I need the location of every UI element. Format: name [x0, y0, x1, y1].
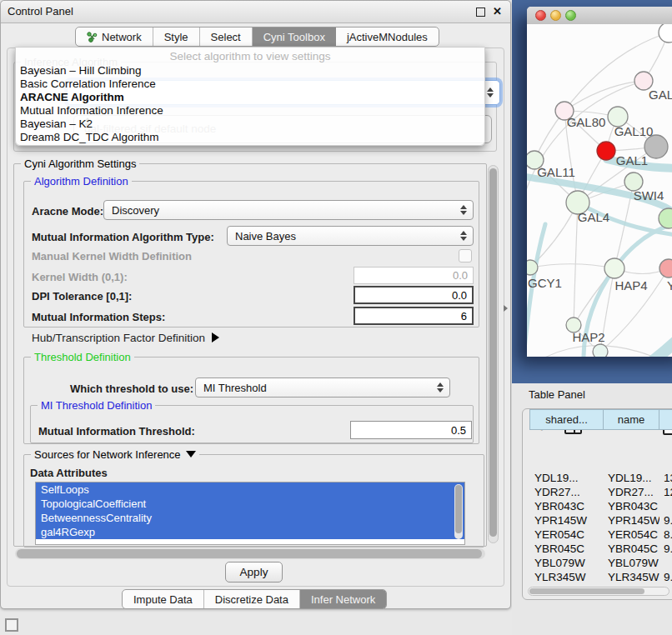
- node-label: HAP2: [572, 330, 604, 344]
- close-icon[interactable]: ✕: [493, 5, 502, 18]
- settings-horizontal-scrollbar[interactable]: [15, 548, 485, 559]
- aracne-mode-combobox[interactable]: Discovery: [103, 200, 474, 220]
- minimized-panel-icon[interactable]: [5, 618, 18, 632]
- algorithm-option[interactable]: Mutual Information Inference: [20, 104, 163, 117]
- algorithm-option[interactable]: Dream8 DC_TDC Algorithm: [20, 131, 159, 143]
- tab-cyni-toolbox[interactable]: Cyni Toolbox: [253, 28, 336, 46]
- which-threshold-label: Which threshold to use:: [70, 382, 193, 395]
- node-label: GAL: [649, 88, 672, 102]
- algorithm-option[interactable]: Bayesian – Hill Climbing: [20, 64, 142, 77]
- node-salmon[interactable]: [659, 259, 672, 278]
- node-labels: GAL GAL80 GAL10 GAL1 GAL11 SWI4 GAL4 GCY…: [528, 88, 672, 344]
- attributes-scrollbar[interactable]: [454, 484, 463, 539]
- combo-arrows-icon: [460, 231, 467, 241]
- collapse-arrow-icon[interactable]: [186, 451, 196, 458]
- table-row[interactable]: YPR145WYPR145W9.: [529, 514, 672, 528]
- tab-impute-data[interactable]: Impute Data: [123, 590, 204, 608]
- settings-vertical-scrollbar-thumb[interactable]: [489, 168, 497, 537]
- tab-network[interactable]: Network: [76, 28, 153, 46]
- mi-threshold-field[interactable]: 0.5: [350, 421, 472, 439]
- dpi-tolerance-field[interactable]: 0.0: [354, 286, 474, 304]
- cell: YER054C: [608, 528, 659, 541]
- network-view-window[interactable]: GAL GAL80 GAL10 GAL1 GAL11 SWI4 GAL4 GCY…: [527, 7, 672, 357]
- node[interactable]: [659, 24, 672, 42]
- tab-style[interactable]: Style: [153, 28, 200, 46]
- data-attributes-list[interactable]: SelfLoops TopologicalCoefficient Between…: [35, 482, 465, 545]
- tab-network-label: Network: [102, 31, 142, 43]
- manual-kernel-width-checkbox[interactable]: [459, 249, 472, 262]
- node-gray[interactable]: [644, 135, 668, 158]
- minimize-traffic-light-icon[interactable]: [550, 10, 561, 21]
- tab-discretize-data[interactable]: Discretize Data: [204, 590, 300, 608]
- attributes-scrollbar-thumb[interactable]: [455, 485, 462, 533]
- control-panel-titlebar[interactable]: Control Panel ✕: [1, 1, 510, 23]
- table-row[interactable]: YBR045CYBR045C9.: [529, 542, 672, 557]
- kernel-width-field[interactable]: 0.0: [354, 267, 474, 284]
- table-panel-title: Table Panel: [529, 388, 585, 401]
- mi-threshold-definition-legend: MI Threshold Definition: [38, 399, 155, 412]
- node-gal1-selected[interactable]: [597, 142, 615, 160]
- cell: YDR27...: [608, 486, 659, 498]
- threshold-definition-legend: Threshold Definition: [31, 351, 134, 363]
- control-panel-title: Control Panel: [8, 1, 73, 22]
- attribute-item[interactable]: BetweennessCentrality: [36, 511, 464, 525]
- attribute-item[interactable]: SelfLoops: [36, 482, 464, 497]
- table-row[interactable]: YER054CYER054C8.: [529, 528, 672, 542]
- attribute-item[interactable]: gal4RGexp: [36, 525, 464, 539]
- algorithm-definition-legend: Algorithm Definition: [31, 175, 132, 188]
- mi-steps-field[interactable]: 6: [354, 307, 474, 325]
- table-panel-box: ⚙ shared... name YDL19...YDL19...13 YDR2…: [522, 408, 672, 600]
- screenshot-root: Control Panel ✕ Network Style Select Cyn…: [0, 0, 672, 635]
- table-row[interactable]: YBR043CYBR043C: [529, 500, 672, 514]
- node-label: GAL1: [616, 153, 648, 168]
- node-label: GAL4: [578, 210, 609, 224]
- algorithm-dropdown-placeholder: Select algorithm to view settings: [16, 50, 484, 62]
- table-horizontal-scrollbar[interactable]: [528, 587, 669, 596]
- table-row[interactable]: YLR345WYLR345W9.: [529, 571, 672, 585]
- tab-select[interactable]: Select: [200, 28, 253, 46]
- network-icon: [87, 32, 98, 42]
- table-horizontal-scrollbar-thumb[interactable]: [529, 588, 644, 594]
- cell: YBR045C: [534, 542, 603, 555]
- mi-algorithm-type-combobox[interactable]: Naive Bayes: [227, 226, 474, 246]
- apply-button[interactable]: Apply: [225, 562, 283, 582]
- cell: 12: [664, 486, 672, 498]
- table-row[interactable]: YBL079WYBL079W: [529, 557, 672, 571]
- table-rows: YDL19...YDL19...13 YDR27...YDR27...12 YB…: [529, 472, 672, 585]
- mi-steps-label: Mutual Information Steps:: [32, 311, 165, 323]
- node-hap4[interactable]: [604, 258, 624, 278]
- node[interactable]: [593, 344, 608, 357]
- panel-divider-arrow[interactable]: [504, 305, 508, 312]
- float-window-icon[interactable]: [476, 8, 485, 17]
- settings-horizontal-scrollbar-thumb[interactable]: [17, 549, 482, 558]
- cell: 9.: [664, 514, 672, 527]
- network-canvas[interactable]: GAL GAL80 GAL10 GAL1 GAL11 SWI4 GAL4 GCY…: [527, 24, 672, 357]
- combo-arrows-icon: [460, 205, 467, 215]
- node[interactable]: [659, 208, 672, 228]
- zoom-traffic-light-icon[interactable]: [565, 10, 576, 21]
- table-row[interactable]: YDL19...YDL19...13: [529, 472, 672, 486]
- algorithm-option[interactable]: Bayesian – K2: [20, 118, 93, 130]
- cell: YLR345W: [534, 571, 603, 583]
- algorithm-option[interactable]: Basic Correlation Inference: [20, 78, 156, 90]
- column-header-name[interactable]: name: [603, 409, 659, 430]
- table-row[interactable]: YDR27...YDR27...12: [529, 486, 672, 500]
- algorithm-option-selected[interactable]: ARACNE Algorithm: [20, 91, 124, 103]
- attribute-item[interactable]: TopologicalCoefficient: [36, 497, 464, 511]
- cell: YPR145W: [534, 514, 603, 527]
- node-label: GAL11: [537, 165, 575, 179]
- column-header-clipped[interactable]: [659, 409, 672, 430]
- which-threshold-combobox[interactable]: MI Threshold: [195, 378, 450, 398]
- tab-infer-network[interactable]: Infer Network: [300, 590, 386, 608]
- tab-jactivemnodules[interactable]: jActiveMNodules: [336, 28, 439, 46]
- hub-definition-expander[interactable]: Hub/Transcription Factor Definition: [32, 332, 219, 344]
- combo-arrows-icon: [487, 88, 494, 98]
- settings-vertical-scrollbar[interactable]: [488, 165, 499, 543]
- cyni-bottom-tabbar: Impute Data Discretize Data Infer Networ…: [122, 589, 387, 609]
- node-gcy1[interactable]: [527, 260, 538, 275]
- algorithm-dropdown-popup: Select algorithm to view settings Bayesi…: [15, 47, 485, 146]
- dpi-tolerance-label: DPI Tolerance [0,1]:: [32, 290, 132, 302]
- network-window-titlebar[interactable]: [527, 7, 672, 25]
- close-traffic-light-icon[interactable]: [535, 10, 546, 21]
- column-header-shared-name[interactable]: shared...: [529, 409, 604, 430]
